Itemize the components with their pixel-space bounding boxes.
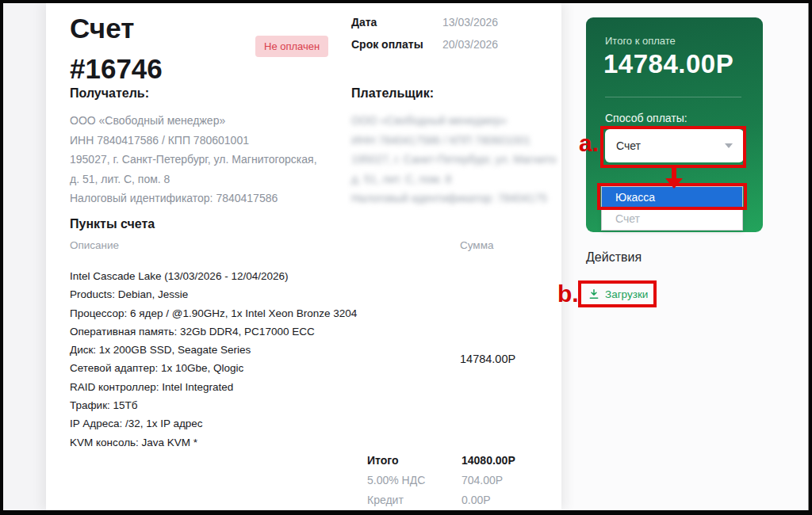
payer-details-blurred: ООО «Свободный менеджер» ИНН 7840417586 … [351, 111, 564, 208]
page-background-strip [0, 0, 46, 515]
total-value: 14080.00Р [462, 454, 515, 467]
item-line: Сетевой адаптер: 1x 10Gbe, Qlogic [70, 359, 357, 377]
recipient-details: ООО «Свободный менеджер» ИНН 7840417586 … [70, 111, 317, 208]
credit-value: 0.00Р [462, 494, 491, 506]
recipient-line: ООО «Свободный менеджер» [70, 111, 317, 131]
column-description: Описание [70, 239, 119, 251]
status-badge: Не оплачен [255, 36, 328, 57]
recipient-heading: Получатель: [70, 86, 149, 101]
due-date-label: Срок оплаты [351, 38, 423, 51]
payer-line: Налоговый идентификатор: 78404175 [351, 189, 564, 208]
date-label: Дата [351, 16, 377, 29]
vat-label: 5.00% НДС [367, 474, 425, 486]
annotation-label-b: b. [557, 282, 579, 306]
item-line: Intel Cascade Lake (13/03/2026 - 12/04/2… [70, 267, 357, 285]
credit-label: Кредит [367, 494, 404, 506]
invoice-card: Счет #16746 Не оплачен Дата 13/03/2026 С… [46, 3, 561, 510]
due-date-value: 20/03/2026 [442, 38, 498, 51]
recipient-line: ИНН 7840417586 / КПП 780601001 [70, 131, 317, 151]
annotation-arrow-line [672, 167, 676, 179]
total-due-label: Итого к оплате [605, 35, 676, 47]
payer-line: ООО «Свободный менеджер» [351, 111, 564, 131]
vat-value: 704.00Р [462, 474, 503, 486]
option-yukassa[interactable]: Юкасса [602, 187, 742, 208]
downloads-label: Загрузки [605, 288, 648, 300]
recipient-line: д. 51, лит. С, пом. 8 [70, 170, 317, 189]
payment-method-selected: Счет [616, 139, 641, 152]
chevron-down-icon [725, 143, 733, 148]
annotation-arrow-head-icon [665, 178, 683, 189]
payer-line: 195027, г. Санкт-Петербург, ул. Магнито [351, 150, 564, 170]
annotation-label-a: a. [579, 132, 599, 155]
item-line: Products: Debian, Jessie [70, 285, 357, 303]
payment-method-options: Юкасса Счет [601, 186, 743, 231]
total-due-amount: 14784.00Р [603, 49, 733, 79]
invoice-number: #16746 [70, 48, 163, 89]
total-label: Итого [367, 454, 398, 467]
column-amount: Сумма [460, 239, 493, 251]
item-line: Диск: 1x 200GB SSD, Seagate Series [70, 341, 357, 359]
payment-method-label: Способ оплаты: [605, 112, 688, 124]
item-amount: 14784.00Р [460, 353, 515, 365]
item-line: Оперативная память: 32Gb DDR4, PC17000 E… [70, 322, 357, 341]
date-value: 13/03/2026 [442, 16, 498, 29]
item-line: IP Адреса: /32, 1x IP адрес [70, 414, 357, 433]
payment-method-dropdown[interactable]: Счет [605, 129, 744, 162]
item-line: RAID контроллер: Intel Integrated [70, 378, 357, 396]
page-title: Счет #16746 [70, 8, 163, 89]
recipient-line: 195027, г. Санкт-Петербург, ул. Магнитог… [70, 150, 317, 170]
item-line: KVM консоль: Java KVM * [70, 433, 357, 452]
payer-line: ИНН 7840417586 / КПП 780601001 [351, 131, 564, 151]
actions-heading: Действия [586, 250, 642, 265]
option-schet[interactable]: Счет [602, 208, 742, 230]
payer-heading: Плательщик: [351, 86, 434, 101]
downloads-button[interactable]: Загрузки [578, 280, 657, 307]
item-line: Процессор: 6 ядер / @1.90GHz, 1x Intel X… [70, 304, 357, 322]
invoice-item-description: Intel Cascade Lake (13/03/2026 - 12/04/2… [70, 267, 357, 452]
recipient-line: Налоговый идентификатор: 7840417586 [70, 189, 317, 208]
items-heading: Пункты счета [70, 217, 155, 231]
item-line: Трафик: 15Тб [70, 396, 357, 414]
invoice-title-word: Счет [70, 8, 163, 48]
payer-line: д. 51, лит. С, пом. 8 [351, 170, 564, 189]
panel-divider [605, 97, 741, 97]
download-icon [588, 288, 599, 299]
